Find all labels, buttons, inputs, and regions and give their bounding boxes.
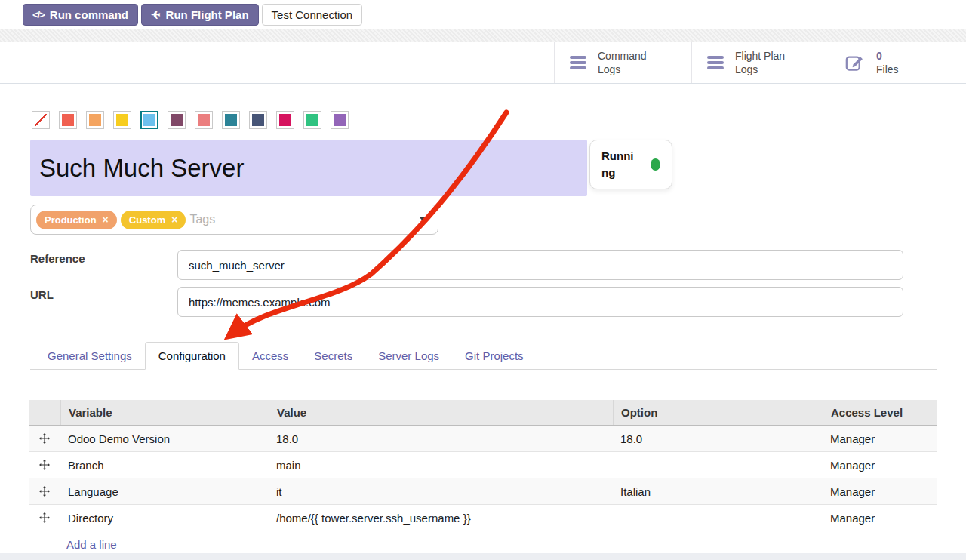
table-row[interactable]: Directory /home/{{ tower.server.ssh_user… (29, 505, 937, 531)
configuration-table: Variable Value Option Access Level Odoo … (29, 400, 937, 557)
command-logs-button[interactable]: Command Logs (554, 42, 691, 83)
command-logs-line1: Command (598, 50, 647, 62)
tags-placeholder: Tags (189, 213, 215, 226)
run-command-label: Run command (50, 8, 128, 21)
run-command-button[interactable]: </> Run command (23, 4, 138, 26)
files-label: Files (876, 63, 899, 75)
color-swatch-red[interactable] (59, 111, 77, 129)
color-swatch-yellow[interactable] (113, 111, 131, 129)
color-swatch-light-blue-selected[interactable] (140, 111, 158, 129)
drag-handle-icon[interactable] (29, 478, 60, 504)
cell-value[interactable]: 18.0 (269, 426, 613, 451)
flight-plan-logs-line2: Logs (735, 63, 758, 75)
tab-git-projects[interactable]: Git Projects (452, 343, 537, 369)
drag-handle-icon[interactable] (29, 426, 60, 451)
remove-tag-icon[interactable]: × (171, 214, 177, 225)
table-row[interactable]: Odoo Demo Version 18.0 18.0 Manager (29, 426, 937, 452)
page-bottom-strip (0, 553, 966, 560)
code-icon: </> (32, 9, 45, 20)
server-form-page: </> Run command ✈ Run Flight Plan Test C… (0, 0, 966, 560)
cell-option[interactable] (613, 452, 823, 478)
running-status-dot (651, 158, 660, 171)
table-header-row: Variable Value Option Access Level (29, 400, 937, 426)
status-label: Running (601, 148, 637, 181)
edit-icon (844, 53, 865, 73)
chevron-down-icon[interactable] (420, 217, 427, 222)
cell-value[interactable]: it (269, 478, 613, 504)
tag-production[interactable]: Production × (36, 211, 117, 229)
reference-input[interactable]: such_much_server (177, 250, 903, 280)
color-palette (32, 111, 349, 129)
color-swatch-orange[interactable] (86, 111, 104, 129)
command-logs-line2: Logs (598, 63, 620, 75)
tab-configuration[interactable]: Configuration (145, 342, 239, 370)
url-input[interactable]: https://memes.example.com (177, 287, 903, 317)
cell-access-level[interactable]: Manager (823, 452, 937, 478)
no-color-icon (35, 114, 47, 126)
action-toolbar: </> Run command ✈ Run Flight Plan Test C… (23, 4, 362, 26)
cell-option[interactable] (613, 505, 823, 531)
color-swatch-raspberry[interactable] (276, 111, 294, 129)
cell-variable[interactable]: Directory (60, 505, 269, 531)
color-swatch-salmon[interactable] (195, 111, 213, 129)
color-swatch-green[interactable] (303, 111, 321, 129)
color-swatch-none[interactable] (32, 111, 50, 129)
cell-access-level[interactable]: Manager (823, 505, 937, 531)
cell-variable[interactable]: Odoo Demo Version (60, 426, 269, 451)
color-swatch-dark-purple[interactable] (168, 111, 186, 129)
color-swatch-dark-blue[interactable] (249, 111, 267, 129)
tags-input[interactable]: Production × Custom × Tags (30, 205, 438, 235)
handle-column-header (29, 400, 60, 425)
table-row[interactable]: Language it Italian Manager (29, 478, 937, 505)
files-count: 0 (876, 50, 882, 62)
test-connection-label: Test Connection (272, 8, 353, 21)
files-button[interactable]: 0 Files (829, 42, 966, 83)
cell-variable[interactable]: Branch (60, 452, 269, 478)
drag-handle-icon[interactable] (29, 505, 60, 531)
color-swatch-violet[interactable] (331, 111, 349, 129)
column-header-value: Value (269, 400, 613, 425)
remove-tag-icon[interactable]: × (103, 214, 109, 225)
color-swatch-teal[interactable] (222, 111, 240, 129)
add-a-line-link[interactable]: Add a line (66, 538, 117, 551)
url-label: URL (30, 288, 54, 301)
tab-secrets[interactable]: Secrets (301, 343, 365, 369)
table-row[interactable]: Branch main Manager (29, 452, 937, 478)
list-icon (707, 56, 724, 69)
notebook-tabs: General Settings Configuration Access Se… (30, 342, 937, 370)
separator-strip (0, 29, 966, 42)
tab-general-settings[interactable]: General Settings (35, 343, 145, 369)
run-flight-plan-button[interactable]: ✈ Run Flight Plan (141, 4, 259, 26)
drag-handle-icon[interactable] (29, 452, 60, 478)
column-header-variable: Variable (60, 400, 269, 425)
column-header-option: Option (613, 400, 823, 425)
cell-access-level[interactable]: Manager (823, 478, 937, 504)
tab-server-logs[interactable]: Server Logs (365, 343, 452, 369)
page-title: Such Much Server (39, 154, 244, 183)
cell-value[interactable]: main (269, 452, 613, 478)
cell-access-level[interactable]: Manager (823, 426, 937, 451)
stat-button-bar: Command Logs Flight Plan Logs (0, 42, 966, 84)
status-badge[interactable]: Running (589, 140, 672, 189)
cell-value[interactable]: /home/{{ tower.server.ssh_username }} (269, 505, 613, 531)
cell-option[interactable]: Italian (613, 478, 823, 504)
server-name-input[interactable]: Such Much Server (30, 140, 587, 196)
cell-variable[interactable]: Language (60, 478, 269, 504)
list-icon (570, 56, 586, 69)
column-header-access-level: Access Level (823, 400, 937, 425)
flight-plan-logs-line1: Flight Plan (735, 50, 785, 62)
tag-custom[interactable]: Custom × (121, 211, 186, 229)
reference-label: Reference (30, 252, 85, 265)
run-flight-plan-label: Run Flight Plan (166, 8, 249, 21)
tab-access[interactable]: Access (239, 343, 301, 369)
plane-icon: ✈ (151, 8, 161, 22)
test-connection-button[interactable]: Test Connection (262, 4, 363, 26)
flight-plan-logs-button[interactable]: Flight Plan Logs (691, 42, 829, 83)
cell-option[interactable]: 18.0 (613, 426, 823, 451)
